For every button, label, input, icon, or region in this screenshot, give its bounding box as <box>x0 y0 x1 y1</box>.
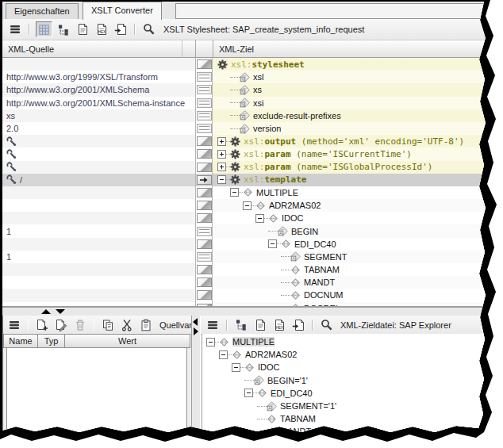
target-tree-row[interactable]: xsl <box>213 71 503 83</box>
source-row[interactable] <box>2 135 195 147</box>
expander-minus-icon[interactable] <box>244 389 253 397</box>
target-tree-row[interactable]: TABNAM <box>213 263 503 276</box>
source-row[interactable] <box>2 58 195 71</box>
target-file-tree-row[interactable]: TABNAM <box>202 412 503 425</box>
source-row[interactable] <box>2 161 195 174</box>
target-tree-row[interactable]: xsl:template <box>213 174 503 186</box>
menu-icon[interactable] <box>205 317 221 333</box>
source-row[interactable] <box>2 147 195 160</box>
mapping-blank-button[interactable] <box>197 149 212 159</box>
search-icon[interactable] <box>319 317 335 333</box>
export-document-icon[interactable] <box>113 21 129 37</box>
target-tree-row[interactable]: BEGIN <box>213 224 503 237</box>
collapse-up-icon[interactable] <box>41 309 51 314</box>
source-row[interactable] <box>2 186 195 199</box>
source-row[interactable] <box>2 276 195 289</box>
mapping-equal-button[interactable] <box>197 98 212 108</box>
target-file-tree-row[interactable]: SEGMENT='1' <box>202 400 503 412</box>
collapse-down-icon[interactable] <box>56 309 65 314</box>
mapping-equal-button[interactable] <box>197 124 212 133</box>
target-tree-row[interactable]: version <box>213 122 503 135</box>
expander-plus-icon[interactable] <box>217 137 226 146</box>
copy-icon[interactable] <box>100 317 116 333</box>
source-row[interactable]: xs <box>2 109 195 122</box>
mapping-equal-button[interactable] <box>197 111 212 121</box>
target-tree-row[interactable]: SEGMENT <box>213 251 503 263</box>
mapping-blank-button[interactable] <box>197 278 212 287</box>
source-row[interactable]: http://www.w3.org/1999/XSL/Transform <box>2 71 195 83</box>
mapping-equal-button[interactable] <box>197 85 212 94</box>
expander-minus-icon[interactable] <box>268 239 277 248</box>
target-file-tree-row[interactable]: MULTIPLE <box>202 335 503 348</box>
target-file-tree-row[interactable]: BEGIN='1' <box>202 374 503 387</box>
expander-minus-icon[interactable] <box>217 175 226 184</box>
expander-minus-icon[interactable] <box>243 201 251 210</box>
mapping-blank-button[interactable] <box>197 59 212 69</box>
delete-icon[interactable] <box>72 317 88 333</box>
collapse-right-icon[interactable] <box>194 327 198 335</box>
expander-minus-icon[interactable] <box>230 188 239 197</box>
target-tree-row[interactable]: xsl:stylesheet <box>213 58 503 71</box>
mapping-blank-button[interactable] <box>197 201 212 210</box>
mapping-blank-button[interactable] <box>197 290 212 300</box>
expander-minus-icon[interactable] <box>255 214 264 223</box>
collapse-left-icon[interactable] <box>193 318 198 326</box>
target-tree-row[interactable]: ADR2MAS02 <box>213 199 503 212</box>
source-row[interactable]: 1 <box>2 224 195 237</box>
source-row[interactable] <box>2 212 195 224</box>
mapping-blank-button[interactable] <box>197 265 212 274</box>
mapping-blank-button[interactable] <box>197 188 212 197</box>
mapping-equal-button[interactable] <box>197 72 212 82</box>
target-tree-row[interactable]: IDOC <box>213 212 503 224</box>
target-tree-row[interactable]: xsl:param (name='ISCurrentTime') <box>213 147 503 160</box>
mapping-blank-button[interactable] <box>197 163 212 172</box>
mapping-blank-button[interactable] <box>197 213 212 223</box>
expander-plus-icon[interactable] <box>217 163 226 171</box>
source-row[interactable]: http://www.w3.org/2001/XMLSchema <box>2 83 195 96</box>
expander-minus-icon[interactable] <box>206 338 215 347</box>
mapping-equal-button[interactable] <box>197 252 212 262</box>
source-row[interactable] <box>2 289 195 301</box>
source-row[interactable] <box>2 263 195 276</box>
target-tree-row[interactable]: MULTIPLE <box>213 186 503 199</box>
target-tree-row[interactable]: exclude-result-prefixes <box>213 109 503 122</box>
target-tree-row[interactable]: MANDT <box>213 276 503 289</box>
tree-view-icon[interactable] <box>233 317 249 333</box>
source-row[interactable] <box>2 238 195 251</box>
cut-icon[interactable] <box>119 317 135 333</box>
source-row[interactable]: http://www.w3.org/2001/XMLSchema-instanc… <box>2 97 195 109</box>
document-view-icon[interactable] <box>75 21 90 37</box>
source-row[interactable] <box>2 199 195 212</box>
tab-xslt-converter[interactable]: XSLT Converter <box>83 2 162 20</box>
target-file-tree-row[interactable]: EDI_DC40 <box>202 387 503 400</box>
expander-minus-icon[interactable] <box>219 350 228 359</box>
mapping-blank-button[interactable] <box>197 136 212 146</box>
target-file-tree-row[interactable]: ADR2MAS02 <box>202 348 503 361</box>
target-tree-row[interactable]: EDI_DC40 <box>213 238 503 251</box>
document-view-icon[interactable] <box>252 317 268 333</box>
table-view-toggle-icon[interactable] <box>36 21 52 37</box>
mapping-arrow-button[interactable] <box>197 175 212 185</box>
menu-icon[interactable] <box>6 317 22 333</box>
edit-document-icon[interactable] <box>53 317 69 333</box>
menu-icon[interactable] <box>7 21 23 37</box>
target-tree-row[interactable]: xsl:param (name='ISGlobalProcessId') <box>213 161 503 174</box>
tree-view-icon[interactable] <box>56 21 71 37</box>
source-row[interactable]: 2.0 <box>2 122 195 135</box>
expander-minus-icon[interactable] <box>232 363 240 372</box>
mapping-blank-button[interactable] <box>197 239 212 249</box>
export-document-icon[interactable] <box>290 317 306 333</box>
target-tree-row[interactable]: xsl:output (method='xml' encoding='UTF-8… <box>213 135 503 147</box>
source-row[interactable]: / <box>2 174 195 186</box>
target-tree-row[interactable]: xs <box>213 83 503 96</box>
paste-icon[interactable] <box>138 317 154 333</box>
target-tree-row[interactable]: xsi <box>213 97 503 109</box>
tab-eigenschaften[interactable]: Eigenschaften <box>6 3 79 19</box>
mapping-equal-button[interactable] <box>197 227 212 236</box>
expander-plus-icon[interactable] <box>217 150 226 159</box>
hex-view-icon[interactable] <box>94 21 109 37</box>
target-file-tree-row[interactable]: IDOC <box>202 361 503 373</box>
new-document-icon[interactable] <box>34 317 50 333</box>
target-tree-row[interactable]: DOCNUM <box>213 289 503 301</box>
source-row[interactable]: 1 <box>2 251 195 263</box>
